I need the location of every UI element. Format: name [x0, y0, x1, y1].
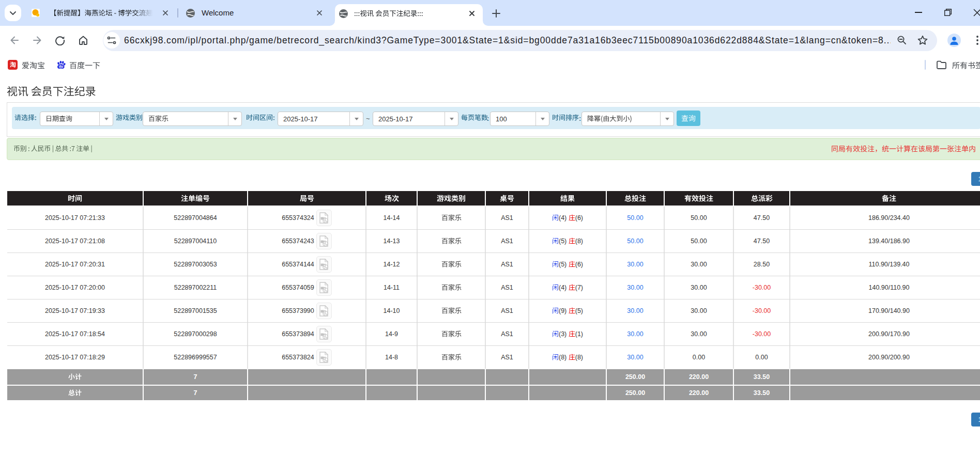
svg-text:du: du: [59, 65, 63, 68]
